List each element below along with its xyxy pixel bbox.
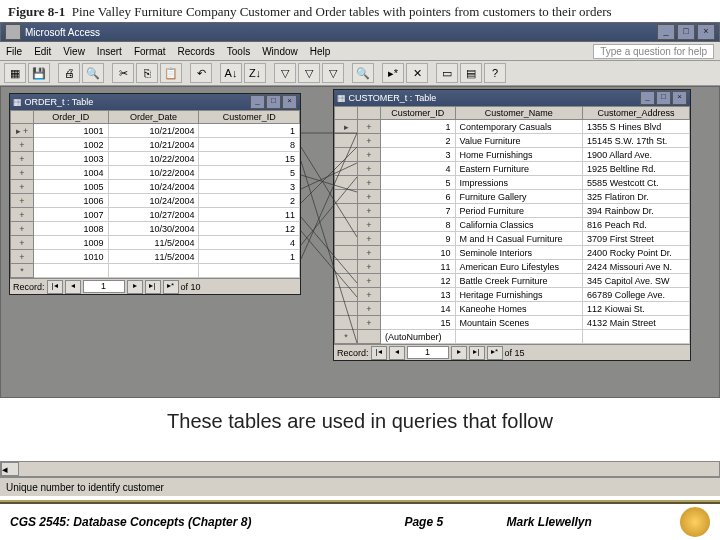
- cell-customer-address[interactable]: 345 Capitol Ave. SW: [583, 274, 690, 288]
- cell-customer-id[interactable]: 8: [381, 218, 456, 232]
- table-row-new[interactable]: *(AutoNumber): [335, 330, 690, 344]
- toolbar-save-icon[interactable]: 💾: [28, 63, 50, 83]
- nav-prev-icon[interactable]: ◂: [65, 280, 81, 294]
- table-row[interactable]: +4Eastern Furniture1925 Beltline Rd.: [335, 162, 690, 176]
- cell-customer-id[interactable]: 12: [381, 274, 456, 288]
- cell-customer-id[interactable]: 1: [199, 250, 300, 264]
- row-selector[interactable]: [335, 162, 358, 176]
- row-selector[interactable]: +: [11, 180, 34, 194]
- row-selector[interactable]: [335, 176, 358, 190]
- row-selector[interactable]: [335, 232, 358, 246]
- table-row[interactable]: +100610/24/20042: [11, 194, 300, 208]
- cell-order-date[interactable]: 10/30/2004: [108, 222, 199, 236]
- cell-autonumber[interactable]: (AutoNumber): [381, 330, 456, 344]
- cell-order-date[interactable]: 10/21/2004: [108, 138, 199, 152]
- expand-icon[interactable]: +: [358, 246, 381, 260]
- cell-order-date[interactable]: 11/5/2004: [108, 236, 199, 250]
- col-order-id[interactable]: Order_ID: [34, 111, 109, 124]
- toolbar-find-icon[interactable]: 🔍: [352, 63, 374, 83]
- expand-icon[interactable]: +: [358, 162, 381, 176]
- cell-order-id[interactable]: 1006: [34, 194, 109, 208]
- table-row[interactable]: ▸ +100110/21/20041: [11, 124, 300, 138]
- cell-customer-name[interactable]: M and H Casual Furniture: [455, 232, 583, 246]
- cell-customer-id[interactable]: 4: [381, 162, 456, 176]
- cell-customer-address[interactable]: 4132 Main Street: [583, 316, 690, 330]
- cell-customer-address[interactable]: 2400 Rocky Point Dr.: [583, 246, 690, 260]
- expand-icon[interactable]: +: [358, 176, 381, 190]
- cell-customer-address[interactable]: 1925 Beltline Rd.: [583, 162, 690, 176]
- cell-customer-id[interactable]: 5: [381, 176, 456, 190]
- cell-order-id[interactable]: 1010: [34, 250, 109, 264]
- table-row[interactable]: +13Heritage Furnishings66789 College Ave…: [335, 288, 690, 302]
- toolbar-print-icon[interactable]: 🖨: [58, 63, 80, 83]
- row-selector[interactable]: [335, 302, 358, 316]
- cell-customer-id[interactable]: 1: [381, 120, 456, 134]
- menu-format[interactable]: Format: [134, 46, 166, 57]
- cell-customer-id[interactable]: 12: [199, 222, 300, 236]
- order-datagrid[interactable]: Order_ID Order_Date Customer_ID ▸ +10011…: [10, 110, 300, 278]
- row-selector[interactable]: +: [11, 208, 34, 222]
- cell-customer-address[interactable]: 1355 S Hines Blvd: [583, 120, 690, 134]
- table-row[interactable]: +101011/5/20041: [11, 250, 300, 264]
- cell-customer-id[interactable]: 2: [381, 134, 456, 148]
- menu-window[interactable]: Window: [262, 46, 298, 57]
- toolbar-view-icon[interactable]: ▦: [4, 63, 26, 83]
- cell-customer-address[interactable]: 325 Flatiron Dr.: [583, 190, 690, 204]
- col-customer-name[interactable]: Customer_Name: [455, 107, 583, 120]
- customer-table-titlebar[interactable]: ▦ CUSTOMER_t : Table _ □ ×: [334, 90, 690, 106]
- cell-order-id[interactable]: 1002: [34, 138, 109, 152]
- table-row[interactable]: +100310/22/200415: [11, 152, 300, 166]
- toolbar-apply-filter-icon[interactable]: ▽: [322, 63, 344, 83]
- nav-next-icon[interactable]: ▸: [127, 280, 143, 294]
- cell-customer-address[interactable]: 5585 Westcott Ct.: [583, 176, 690, 190]
- minimize-button[interactable]: _: [640, 91, 655, 105]
- cell-customer-name[interactable]: Battle Creek Furniture: [455, 274, 583, 288]
- cell-customer-name[interactable]: Period Furniture: [455, 204, 583, 218]
- table-row[interactable]: +100911/5/20044: [11, 236, 300, 250]
- cell-order-id[interactable]: 1003: [34, 152, 109, 166]
- cell-customer-address[interactable]: 816 Peach Rd.: [583, 218, 690, 232]
- expand-icon[interactable]: +: [358, 316, 381, 330]
- cell-customer-id[interactable]: 15: [199, 152, 300, 166]
- cell-order-id[interactable]: 1007: [34, 208, 109, 222]
- row-selector[interactable]: *: [335, 330, 358, 344]
- cell-customer-id[interactable]: 2: [199, 194, 300, 208]
- toolbar-window-icon[interactable]: ▭: [436, 63, 458, 83]
- table-row[interactable]: +3Home Furnishings1900 Allard Ave.: [335, 148, 690, 162]
- table-row[interactable]: +5Impressions5585 Westcott Ct.: [335, 176, 690, 190]
- row-selector[interactable]: +: [11, 138, 34, 152]
- table-row[interactable]: +12Battle Creek Furniture345 Capitol Ave…: [335, 274, 690, 288]
- toolbar-delete-record-icon[interactable]: ✕: [406, 63, 428, 83]
- cell-customer-name[interactable]: Value Furniture: [455, 134, 583, 148]
- cell-customer-name[interactable]: Mountain Scenes: [455, 316, 583, 330]
- cell-order-id[interactable]: 1001: [34, 124, 109, 138]
- toolbar-paste-icon[interactable]: 📋: [160, 63, 182, 83]
- col-customer-address[interactable]: Customer_Address: [583, 107, 690, 120]
- expand-icon[interactable]: +: [358, 302, 381, 316]
- nav-last-icon[interactable]: ▸|: [469, 346, 485, 360]
- cell-customer-address[interactable]: 66789 College Ave.: [583, 288, 690, 302]
- cell-customer-name[interactable]: Heritage Furnishings: [455, 288, 583, 302]
- cell-customer-id[interactable]: 10: [381, 246, 456, 260]
- row-selector[interactable]: [335, 260, 358, 274]
- cell-order-date[interactable]: 10/24/2004: [108, 194, 199, 208]
- close-button[interactable]: ×: [697, 24, 715, 40]
- toolbar-help-icon[interactable]: ?: [484, 63, 506, 83]
- table-row[interactable]: +8California Classics816 Peach Rd.: [335, 218, 690, 232]
- cell-customer-name[interactable]: Furniture Gallery: [455, 190, 583, 204]
- toolbar-filter-form-icon[interactable]: ▽: [298, 63, 320, 83]
- row-selector[interactable]: ▸: [335, 120, 358, 134]
- cell-customer-id[interactable]: 7: [381, 204, 456, 218]
- table-row[interactable]: +10Seminole Interiors2400 Rocky Point Dr…: [335, 246, 690, 260]
- menu-view[interactable]: View: [63, 46, 85, 57]
- cell-customer-name[interactable]: Seminole Interiors: [455, 246, 583, 260]
- cell-customer-name[interactable]: Home Furnishings: [455, 148, 583, 162]
- cell-customer-address[interactable]: 3709 First Street: [583, 232, 690, 246]
- row-selector[interactable]: [335, 204, 358, 218]
- table-row[interactable]: +15Mountain Scenes4132 Main Street: [335, 316, 690, 330]
- table-row[interactable]: +6Furniture Gallery325 Flatiron Dr.: [335, 190, 690, 204]
- expand-icon[interactable]: +: [358, 288, 381, 302]
- nav-new-icon[interactable]: ▸*: [487, 346, 503, 360]
- maximize-button[interactable]: □: [266, 95, 281, 109]
- expand-icon[interactable]: +: [358, 120, 381, 134]
